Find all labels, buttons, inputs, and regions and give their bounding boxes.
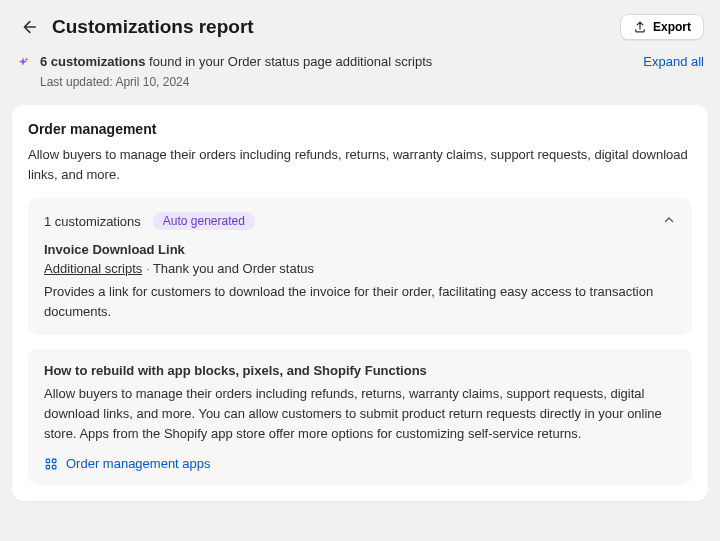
customization-item-subtitle: Additional scripts · Thank you and Order… — [44, 261, 676, 276]
page-title: Customizations report — [52, 16, 254, 38]
arrow-left-icon — [19, 18, 37, 36]
export-button[interactable]: Export — [620, 14, 704, 40]
order-management-apps-link[interactable]: Order management apps — [44, 456, 676, 471]
customizations-count: 6 customizations — [40, 54, 145, 69]
additional-scripts-link[interactable]: Additional scripts — [44, 261, 142, 276]
howto-description: Allow buyers to manage their orders incl… — [44, 384, 676, 444]
howto-title: How to rebuild with app blocks, pixels, … — [44, 363, 676, 378]
svg-rect-3 — [52, 465, 56, 469]
collapse-toggle[interactable] — [662, 213, 676, 230]
export-icon — [633, 20, 647, 34]
export-label: Export — [653, 20, 691, 34]
apps-icon — [44, 457, 58, 471]
order-management-card: Order management Allow buyers to manage … — [12, 105, 708, 501]
apps-link-label: Order management apps — [66, 456, 211, 471]
howto-panel: How to rebuild with app blocks, pixels, … — [28, 349, 692, 485]
summary-suffix: found in your Order status page addition… — [145, 54, 432, 69]
section-title: Order management — [28, 121, 692, 137]
customization-item-description: Provides a link for customers to downloa… — [44, 282, 676, 321]
expand-all-link[interactable]: Expand all — [643, 54, 704, 69]
svg-rect-2 — [46, 465, 50, 469]
sparkle-icon — [16, 56, 30, 73]
customizations-count-label: 1 customizations — [44, 214, 141, 229]
separator: · — [146, 261, 153, 276]
customization-item-title: Invoice Download Link — [44, 242, 676, 257]
last-updated: Last updated: April 10, 2024 — [40, 75, 432, 89]
back-button[interactable] — [16, 15, 40, 39]
customization-context: Thank you and Order status — [153, 261, 314, 276]
chevron-up-icon — [662, 213, 676, 227]
section-description: Allow buyers to manage their orders incl… — [28, 145, 692, 184]
svg-rect-0 — [46, 459, 50, 463]
summary-text: 6 customizations found in your Order sta… — [40, 54, 432, 69]
customizations-panel: 1 customizations Auto generated Invoice … — [28, 198, 692, 335]
auto-generated-badge: Auto generated — [153, 212, 255, 230]
svg-rect-1 — [52, 459, 56, 463]
